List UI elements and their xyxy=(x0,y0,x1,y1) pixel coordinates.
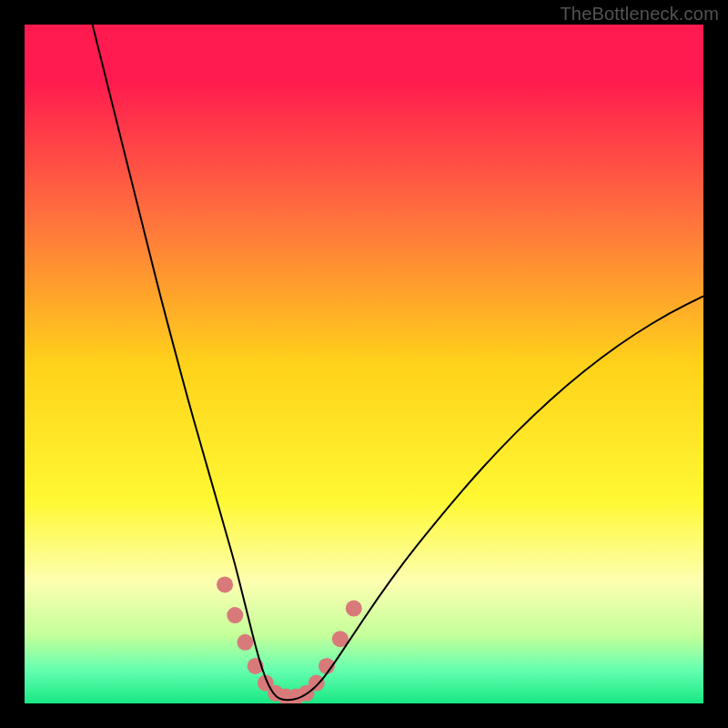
watermark-text: TheBottleneck.com xyxy=(560,4,719,25)
bottleneck-chart xyxy=(25,25,703,703)
marker-dot xyxy=(237,634,253,651)
chart-frame xyxy=(25,25,703,703)
marker-dot xyxy=(308,675,325,692)
marker-dot xyxy=(346,601,362,617)
gradient-background xyxy=(25,25,703,703)
marker-dot xyxy=(227,607,243,623)
marker-dot xyxy=(217,576,233,592)
